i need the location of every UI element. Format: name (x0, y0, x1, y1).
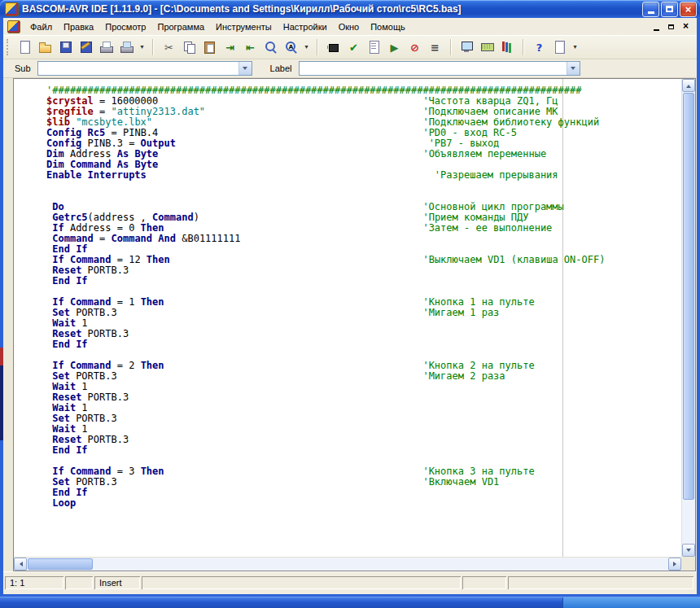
label-combobox[interactable] (299, 61, 580, 76)
code-line[interactable]: Wait 1 (46, 403, 681, 413)
scroll-up-button[interactable] (682, 79, 695, 92)
menu-window[interactable]: Окно (333, 20, 365, 34)
code-line[interactable]: Wait 1 (46, 382, 681, 392)
code-line[interactable]: Enable Interrupts 'Разрешаем прерывания (46, 170, 681, 181)
library-manager-icon[interactable] (497, 37, 518, 57)
code-comment: 'Частота кварца ZQ1, Гц (422, 95, 558, 107)
report-icon[interactable]: ≡ (425, 37, 445, 57)
open-file-icon[interactable] (35, 37, 55, 57)
mdi-minimize-button[interactable] (650, 20, 663, 33)
copy-icon[interactable] (179, 37, 199, 57)
compile-icon[interactable] (323, 37, 343, 57)
help-icon[interactable]: ? (529, 37, 549, 57)
scroll-right-button[interactable] (668, 558, 681, 571)
mdi-close-button[interactable] (679, 20, 693, 33)
save-file-icon (59, 40, 73, 55)
chevron-down-icon[interactable] (567, 62, 580, 75)
navigator-row: Sub Label (3, 59, 697, 78)
code-line[interactable]: Set PORTB.3 (46, 413, 681, 424)
menu-view[interactable]: Просмотр (99, 20, 151, 34)
code-comment: 'Прием команды ПДУ (422, 212, 528, 223)
program-chip-icon[interactable]: ⊘ (405, 37, 425, 57)
mdi-restore-button[interactable] (664, 20, 678, 33)
code-line[interactable] (46, 181, 681, 191)
menu-tools[interactable]: Инструменты (210, 20, 278, 34)
indent-icon[interactable]: ⇥ (220, 37, 240, 57)
print-preview-icon[interactable] (116, 37, 137, 57)
status-panel (462, 576, 506, 589)
code-line[interactable]: Set PORTB.3 'Мигаем 1 раз (46, 308, 681, 318)
code-pane[interactable]: '#######################################… (14, 79, 681, 557)
chevron-down-icon[interactable] (238, 62, 252, 75)
editor: '#######################################… (13, 78, 696, 571)
toolbar-grip[interactable] (7, 39, 11, 55)
code-line[interactable]: Set PORTB.3 'Мигаем 2 раза (46, 371, 681, 382)
taskbar[interactable] (0, 597, 700, 608)
new-file-icon[interactable] (15, 37, 35, 57)
code-line[interactable]: End If (46, 488, 681, 498)
find-caret-icon[interactable]: ▾ (301, 37, 312, 57)
menu-help[interactable]: Помощь (365, 20, 411, 34)
code-line[interactable]: End If (46, 445, 681, 456)
code-line[interactable]: Reset PORTB.3 (46, 392, 681, 403)
lcd-designer-icon (480, 40, 495, 55)
vertical-scroll-thumb[interactable] (683, 93, 694, 500)
code-line[interactable]: Reset PORTB.3 (46, 435, 681, 445)
find-replace-icon[interactable]: A (281, 37, 301, 57)
code-line[interactable]: Wait 1 (46, 424, 681, 435)
document-icon[interactable] (7, 20, 20, 33)
scroll-left-button[interactable] (14, 558, 27, 571)
vertical-scrollbar[interactable] (681, 79, 695, 557)
about-icon[interactable]: ? (549, 37, 570, 57)
save-file-icon[interactable] (55, 37, 76, 57)
menu-edit[interactable]: Правка (58, 20, 99, 34)
menu-file[interactable]: Файл (24, 20, 58, 34)
code-comment: 'Кнопка 3 на пульте (422, 466, 534, 477)
sub-combobox[interactable] (37, 61, 252, 76)
syntax-check-icon[interactable]: ✔ (343, 37, 364, 57)
toolbar-buttons: ▾✂⇥⇤A▾✔▶⊘≡??▾ (15, 37, 580, 57)
tools-caret-icon[interactable]: ▾ (570, 37, 580, 57)
sub-label: Sub (3, 63, 37, 73)
app-window: BASCOM-AVR IDE [1.11.9.0] - [C:\Document… (0, 0, 700, 597)
cut-icon[interactable]: ✂ (159, 37, 179, 57)
save-all-icon[interactable] (76, 37, 96, 57)
code-line[interactable]: End If (46, 339, 681, 350)
toolbar: ▾✂⇥⇤A▾✔▶⊘≡??▾ (3, 36, 697, 59)
code-line[interactable]: Reset PORTB.3 (46, 265, 681, 276)
scroll-down-button[interactable] (682, 544, 695, 557)
find-caret-icon: ▾ (303, 40, 310, 55)
show-result-icon (367, 40, 382, 55)
recent-files-caret-icon[interactable]: ▾ (137, 37, 147, 57)
horizontal-scrollbar[interactable] (14, 557, 681, 571)
code-line[interactable]: Wait 1 (46, 318, 681, 329)
terminal-emulator-icon[interactable] (457, 37, 477, 57)
syntax-check-icon: ✔ (347, 40, 361, 55)
close-button[interactable] (680, 2, 697, 17)
print-icon[interactable] (96, 37, 116, 57)
menu-program[interactable]: Программа (151, 20, 210, 34)
lcd-designer-icon[interactable] (477, 37, 497, 57)
maximize-button[interactable] (661, 2, 678, 17)
code-line[interactable]: Loop (46, 498, 681, 509)
code-line[interactable]: Reset PORTB.3 (46, 329, 681, 339)
paste-icon[interactable] (199, 37, 220, 57)
code-line[interactable]: If Command = 12 Then 'Выключаем VD1 (кла… (46, 255, 681, 265)
unindent-icon[interactable]: ⇤ (240, 37, 260, 57)
print-icon (99, 40, 114, 55)
menubar: ФайлПравкаПросмотрПрограммаИнструментыНа… (3, 18, 697, 36)
code-line[interactable]: Command = Command And &B01111111 (46, 234, 681, 244)
titlebar[interactable]: BASCOM-AVR IDE [1.11.9.0] - [C:\Document… (0, 0, 700, 18)
menu-settings[interactable]: Настройки (278, 20, 333, 34)
code-comment: 'PB7 - выход (429, 138, 500, 149)
find-icon[interactable] (260, 37, 281, 57)
show-result-icon[interactable] (364, 37, 384, 57)
simulate-icon[interactable]: ▶ (384, 37, 405, 57)
code-area[interactable]: '#######################################… (14, 79, 681, 509)
code-comment: 'Кнопка 2 на пульте (422, 360, 534, 371)
system-tray[interactable] (562, 597, 700, 608)
horizontal-scroll-thumb[interactable] (28, 558, 93, 570)
code-line[interactable]: Set PORTB.3 'Включаем VD1 (46, 477, 681, 488)
code-line[interactable]: End If (46, 276, 681, 287)
minimize-button[interactable] (642, 2, 659, 17)
